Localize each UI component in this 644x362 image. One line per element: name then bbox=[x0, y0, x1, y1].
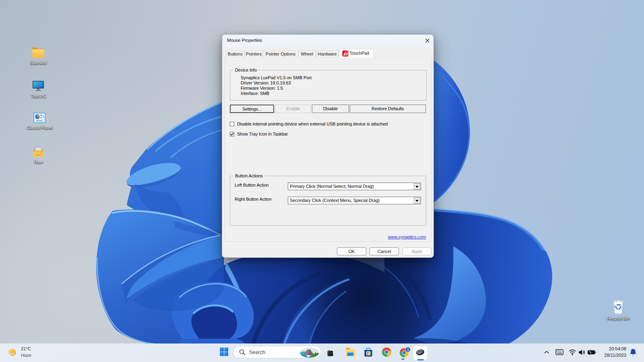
svg-text:$: $ bbox=[407, 348, 409, 352]
